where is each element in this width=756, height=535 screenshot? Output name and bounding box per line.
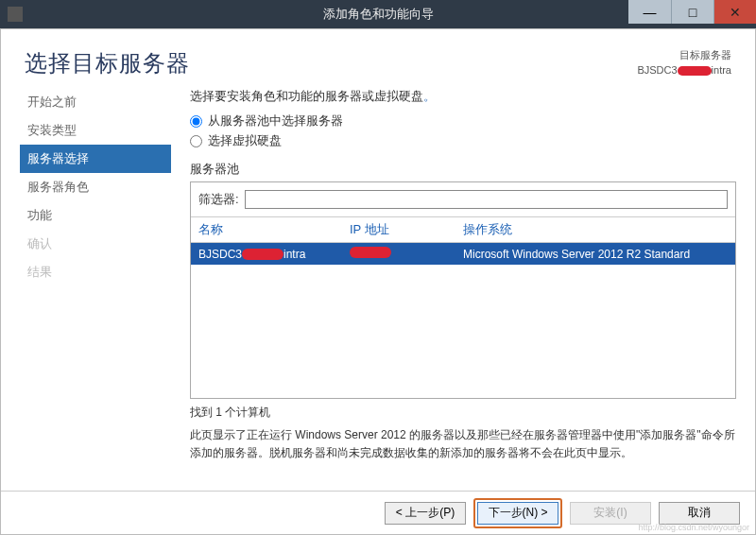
window-title: 添加角色和功能向导 bbox=[323, 6, 434, 23]
filter-label: 筛选器: bbox=[198, 191, 239, 208]
destination-server: BJSDC3intra bbox=[637, 64, 731, 76]
row-ip bbox=[350, 247, 463, 261]
sidebar-item-results: 结果 bbox=[20, 258, 171, 286]
next-button[interactable]: 下一步(N) > bbox=[477, 502, 558, 525]
row-os: Microsoft Windows Server 2012 R2 Standar… bbox=[463, 248, 728, 261]
filter-row: 筛选器: bbox=[191, 182, 735, 216]
table-header: 名称 IP 地址 操作系统 bbox=[191, 216, 735, 243]
page-description: 此页显示了正在运行 Windows Server 2012 的服务器以及那些已经… bbox=[190, 426, 736, 462]
radio-pool-input[interactable] bbox=[190, 115, 202, 128]
redaction-mark bbox=[242, 249, 284, 260]
found-count: 找到 1 个计算机 bbox=[190, 405, 736, 421]
sidebar-item-features[interactable]: 功能 bbox=[20, 201, 171, 230]
radio-vhd-input[interactable] bbox=[190, 135, 202, 147]
radio-group: 从服务器池中选择服务器 选择虚拟硬盘 bbox=[190, 112, 736, 149]
maximize-button[interactable]: □ bbox=[671, 0, 713, 24]
sidebar-item-server-selection[interactable]: 服务器选择 bbox=[20, 145, 171, 173]
col-ip-header[interactable]: IP 地址 bbox=[350, 221, 463, 238]
row-name: BJSDC3intra bbox=[198, 248, 350, 261]
sidebar-item-before[interactable]: 开始之前 bbox=[20, 88, 171, 116]
header: 选择目标服务器 目标服务器 BJSDC3intra bbox=[1, 29, 755, 88]
instruction-body: 选择要安装角色和功能的服务器或虚拟硬盘 bbox=[190, 89, 423, 103]
body: 开始之前 安装类型 服务器选择 服务器角色 功能 确认 结果 选择要安装角色和功… bbox=[1, 88, 755, 485]
instruction-text: 选择要安装角色和功能的服务器或虚拟硬盘。 bbox=[190, 88, 736, 105]
redaction-mark bbox=[678, 66, 712, 76]
window-controls: — □ ✕ bbox=[628, 0, 756, 24]
row-name-prefix: BJSDC3 bbox=[198, 248, 242, 261]
main-panel: 选择要安装角色和功能的服务器或虚拟硬盘。 从服务器池中选择服务器 选择虚拟硬盘 … bbox=[171, 88, 736, 485]
row-name-suffix: intra bbox=[284, 248, 305, 261]
page-title: 选择目标服务器 bbox=[25, 48, 190, 78]
next-highlight: 下一步(N) > bbox=[473, 498, 562, 528]
wizard-content: 选择目标服务器 目标服务器 BJSDC3intra 开始之前 安装类型 服务器选… bbox=[0, 28, 756, 535]
destination-label: 目标服务器 bbox=[637, 48, 731, 62]
destination-box: 目标服务器 BJSDC3intra bbox=[637, 48, 731, 76]
sidebar: 开始之前 安装类型 服务器选择 服务器角色 功能 确认 结果 bbox=[20, 88, 171, 485]
prev-button[interactable]: < 上一步(P) bbox=[385, 502, 466, 525]
radio-vhd[interactable]: 选择虚拟硬盘 bbox=[190, 132, 736, 149]
instruction-dot: 。 bbox=[423, 89, 436, 103]
minimize-button[interactable]: — bbox=[628, 0, 671, 24]
sidebar-item-install-type[interactable]: 安装类型 bbox=[20, 116, 171, 145]
radio-pool-label: 从服务器池中选择服务器 bbox=[208, 112, 343, 129]
filter-input[interactable] bbox=[245, 190, 728, 209]
dest-server-prefix: BJSDC3 bbox=[637, 64, 677, 76]
dest-server-suffix: intra bbox=[712, 64, 731, 76]
pool-label: 服务器池 bbox=[190, 161, 736, 178]
redaction-mark bbox=[350, 247, 391, 258]
app-icon bbox=[8, 7, 23, 22]
close-button[interactable]: ✕ bbox=[713, 0, 756, 24]
sidebar-item-confirm: 确认 bbox=[20, 230, 171, 258]
col-os-header[interactable]: 操作系统 bbox=[463, 221, 728, 238]
cancel-button[interactable]: 取消 bbox=[659, 502, 740, 525]
col-name-header[interactable]: 名称 bbox=[198, 221, 350, 238]
sidebar-item-server-roles[interactable]: 服务器角色 bbox=[20, 173, 171, 201]
radio-vhd-label: 选择虚拟硬盘 bbox=[208, 132, 282, 149]
server-pool-box: 筛选器: 名称 IP 地址 操作系统 BJSDC3intra Microsoft… bbox=[190, 181, 736, 399]
watermark: http://blog.csdn.net/wyoungor bbox=[638, 523, 749, 532]
titlebar: 添加角色和功能向导 — □ ✕ bbox=[0, 0, 756, 28]
install-button: 安装(I) bbox=[570, 502, 651, 525]
table-row[interactable]: BJSDC3intra Microsoft Windows Server 201… bbox=[191, 243, 735, 265]
radio-pool[interactable]: 从服务器池中选择服务器 bbox=[190, 112, 736, 129]
